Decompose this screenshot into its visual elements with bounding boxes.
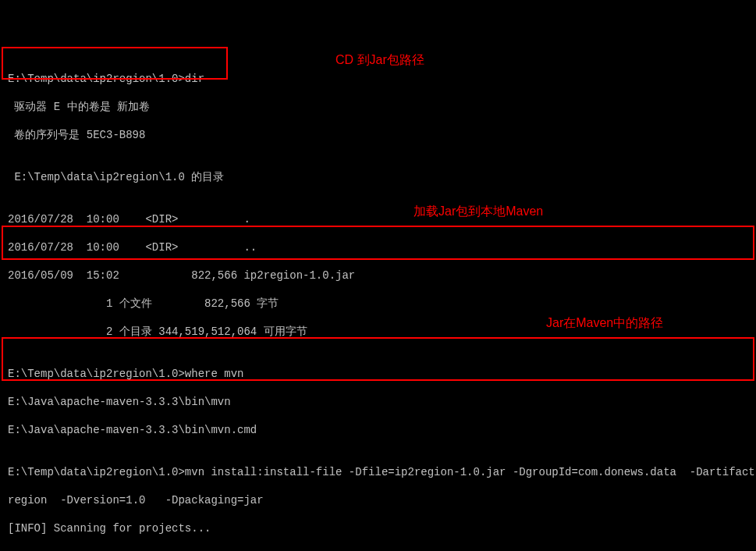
term-line: 2016/07/28 10:00 <DIR> . xyxy=(0,212,756,226)
term-line: 驱动器 E 中的卷是 新加卷 xyxy=(0,100,756,114)
term-line: 2 个目录 344,519,512,064 可用字节 xyxy=(0,325,756,339)
term-line: 2016/05/09 15:02 822,566 ip2region-1.0.j… xyxy=(0,268,756,283)
term-line: 2016/07/28 10:00 <DIR> .. xyxy=(0,240,756,254)
term-line: E:\Java\apache-maven-3.3.3\bin\mvn xyxy=(0,395,756,409)
term-line: [INFO] Scanning for projects... xyxy=(0,521,756,535)
term-line: region -Dversion=1.0 -Dpackaging=jar xyxy=(0,493,756,507)
term-line: 1 个文件 822,566 字节 xyxy=(0,297,756,311)
term-line: E:\Temp\data\ip2region\1.0>mvn install:i… xyxy=(0,465,756,479)
term-line: 卷的序列号是 5EC3-B898 xyxy=(0,128,756,142)
term-line: E:\Java\apache-maven-3.3.3\bin\mvn.cmd xyxy=(0,423,756,437)
term-line: E:\Temp\data\ip2region\1.0>where mvn xyxy=(0,367,756,381)
terminal-output[interactable]: E:\Temp\data\ip2region\1.0>dir 驱动器 E 中的卷… xyxy=(0,56,756,551)
term-line: E:\Temp\data\ip2region\1.0>dir xyxy=(0,72,756,86)
term-line: E:\Temp\data\ip2region\1.0 的目录 xyxy=(0,170,756,184)
